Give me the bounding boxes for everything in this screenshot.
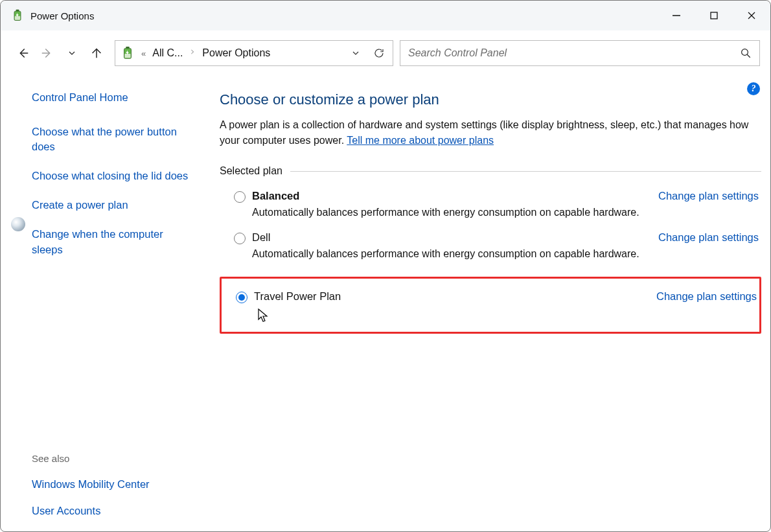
sidebar: Control Panel Home Choose what the power… xyxy=(1,76,208,531)
breadcrumb-overflow-icon[interactable]: « xyxy=(141,49,146,58)
radio-balanced[interactable] xyxy=(234,191,246,203)
power-plan-dell: Dell Change plan settings Automatically … xyxy=(220,227,761,269)
nav-row: « All C... Power Options xyxy=(1,30,770,76)
radio-dell[interactable] xyxy=(234,233,246,244)
main-content: Choose or customize a power plan A power… xyxy=(208,76,770,531)
search-input[interactable] xyxy=(408,47,740,59)
breadcrumb-level2[interactable]: Power Options xyxy=(202,47,270,59)
svg-point-10 xyxy=(742,49,748,56)
forward-button[interactable] xyxy=(38,44,56,62)
power-options-icon xyxy=(121,46,135,60)
page-heading: Choose or customize a power plan xyxy=(220,91,761,108)
sidebar-link-lid[interactable]: Choose what closing the lid does xyxy=(32,168,192,183)
plan-name[interactable]: Travel Power Plan xyxy=(254,290,341,303)
search-icon[interactable] xyxy=(740,47,752,59)
up-button[interactable] xyxy=(87,44,106,62)
divider xyxy=(290,171,761,172)
sidebar-link-home[interactable]: Control Panel Home xyxy=(32,90,192,105)
maximize-button[interactable] xyxy=(695,1,733,30)
svg-rect-4 xyxy=(711,12,717,19)
cursor-icon xyxy=(258,308,270,325)
chevron-right-icon xyxy=(189,47,196,59)
svg-rect-1 xyxy=(16,10,19,12)
sidebar-link-sleep[interactable]: Change when the computer sleeps xyxy=(32,227,192,257)
refresh-button[interactable] xyxy=(371,45,387,62)
svg-rect-8 xyxy=(126,47,130,49)
titlebar: Power Options xyxy=(1,1,770,30)
window-title: Power Options xyxy=(30,10,94,21)
highlighted-plan: Travel Power Plan Change plan settings xyxy=(220,277,761,334)
see-also-mobility[interactable]: Windows Mobility Center xyxy=(32,477,150,492)
sidebar-link-power-button[interactable]: Choose what the power button does xyxy=(32,124,192,154)
back-button[interactable] xyxy=(14,44,32,62)
breadcrumb-level1[interactable]: All C... xyxy=(152,47,183,59)
power-plan-travel: Travel Power Plan Change plan settings xyxy=(236,290,757,303)
svg-rect-9 xyxy=(124,54,130,58)
page-description: A power plan is a collection of hardware… xyxy=(220,117,751,148)
plan-name[interactable]: Balanced xyxy=(252,190,299,202)
address-dropdown[interactable] xyxy=(347,45,364,62)
see-also-title: See also xyxy=(32,453,150,464)
power-plan-balanced: Balanced Change plan settings Automatica… xyxy=(220,186,761,227)
learn-more-link[interactable]: Tell me more about power plans xyxy=(347,135,494,146)
recent-dropdown[interactable] xyxy=(63,44,81,62)
address-bar[interactable]: « All C... Power Options xyxy=(115,40,393,66)
section-label: Selected plan xyxy=(220,165,761,177)
plan-name[interactable]: Dell xyxy=(252,231,270,244)
svg-rect-2 xyxy=(15,16,20,20)
svg-line-11 xyxy=(747,54,750,58)
power-orb-icon xyxy=(11,217,25,231)
search-bar[interactable] xyxy=(400,40,760,66)
change-settings-link[interactable]: Change plan settings xyxy=(658,231,759,244)
plan-description: Automatically balances performance with … xyxy=(252,207,759,218)
change-settings-link[interactable]: Change plan settings xyxy=(658,190,759,202)
close-button[interactable] xyxy=(733,1,770,30)
power-options-icon xyxy=(11,9,24,22)
plan-description: Automatically balances performance with … xyxy=(252,248,759,260)
change-settings-link[interactable]: Change plan settings xyxy=(656,290,757,303)
window-buttons xyxy=(658,1,770,30)
sidebar-link-create-plan[interactable]: Create a power plan xyxy=(32,198,192,213)
help-button[interactable]: ? xyxy=(747,82,760,95)
see-also-accounts[interactable]: User Accounts xyxy=(32,503,150,518)
radio-travel[interactable] xyxy=(236,292,247,303)
section-label-text: Selected plan xyxy=(220,165,282,177)
minimize-button[interactable] xyxy=(658,1,695,30)
see-also: See also Windows Mobility Center User Ac… xyxy=(32,453,150,518)
